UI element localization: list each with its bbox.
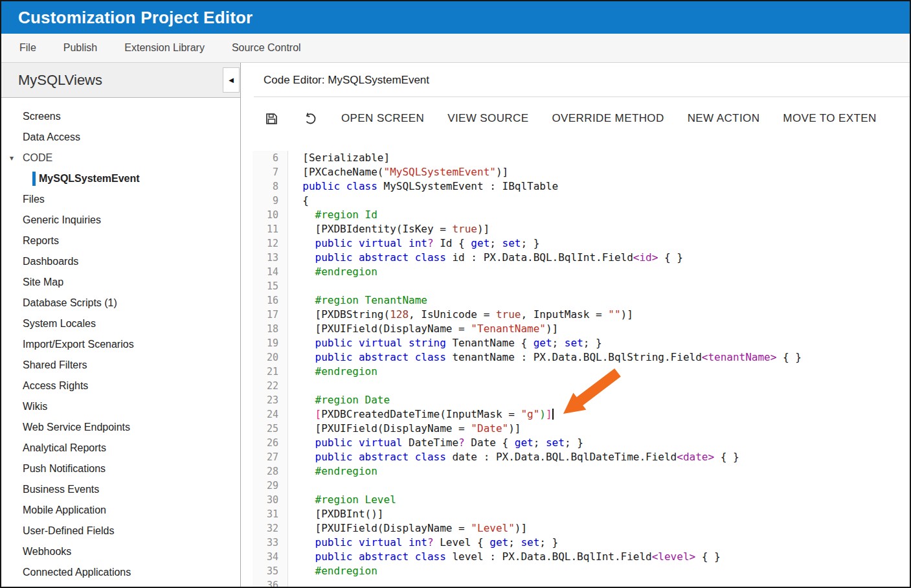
line-number: 33 bbox=[253, 536, 287, 550]
code-line[interactable]: { bbox=[290, 194, 910, 208]
override-method-button[interactable]: OVERRIDE METHOD bbox=[552, 112, 664, 125]
code-line[interactable]: [PXDBString(128, IsUnicode = true, Input… bbox=[290, 308, 910, 322]
code-token: public virtual int bbox=[315, 237, 427, 249]
code-token: public abstract class bbox=[315, 451, 446, 463]
code-line[interactable] bbox=[290, 479, 910, 493]
line-number: 11 bbox=[253, 222, 287, 236]
sidebar-item-webhooks[interactable]: Webhooks bbox=[1, 541, 240, 562]
code-line[interactable]: [PXDBIdentity(IsKey = true)] bbox=[290, 222, 910, 236]
sidebar-item-database-scripts-1[interactable]: Database Scripts (1) bbox=[1, 293, 240, 313]
code-line[interactable]: #region Date bbox=[290, 393, 910, 407]
save-button[interactable] bbox=[264, 111, 279, 126]
line-number: 13 bbox=[253, 251, 287, 265]
code-line[interactable]: #region Id bbox=[290, 208, 910, 222]
code-line[interactable]: [PXCacheName("MySQLSystemEvent")] bbox=[290, 165, 910, 179]
code-line[interactable]: public abstract class date : PX.Data.BQL… bbox=[290, 450, 910, 464]
code-token: { } bbox=[714, 451, 739, 463]
line-number: 17 bbox=[253, 308, 287, 322]
caret-down-icon[interactable]: ▾ bbox=[10, 148, 14, 168]
code-token: )] bbox=[477, 223, 489, 235]
sidebar-item-site-map[interactable]: Site Map bbox=[1, 272, 240, 293]
code-line[interactable]: #region Level bbox=[290, 493, 910, 507]
sidebar-item-data-access[interactable]: Data Access bbox=[1, 127, 240, 148]
code-line[interactable]: #endregion bbox=[290, 265, 910, 279]
sidebar-item-mysqlsystemevent[interactable]: MySQLSystemEvent bbox=[1, 168, 240, 189]
sidebar-item-files[interactable]: Files bbox=[1, 189, 240, 210]
code-token: ? bbox=[427, 536, 434, 548]
code-line[interactable]: public virtual int? Level { get; set; } bbox=[290, 536, 910, 550]
sidebar-item-code[interactable]: ▾CODE bbox=[1, 148, 240, 168]
code-line[interactable] bbox=[290, 578, 910, 587]
view-source-button[interactable]: VIEW SOURCE bbox=[447, 112, 528, 125]
code-token: <date> bbox=[677, 451, 714, 463]
code-line[interactable]: [PXUIField(DisplayName = "Level")] bbox=[290, 521, 910, 536]
sidebar-item-shared-filters[interactable]: Shared Filters bbox=[1, 355, 240, 376]
code-editor[interactable]: 6789101112131415161718192021222324252627… bbox=[253, 151, 910, 587]
code-line[interactable] bbox=[290, 279, 910, 293]
code-line[interactable]: #endregion bbox=[290, 365, 910, 379]
code-token: set bbox=[546, 436, 565, 449]
sidebar-item-analytical-reports[interactable]: Analytical Reports bbox=[1, 438, 240, 458]
undo-button[interactable] bbox=[302, 111, 318, 126]
sidebar-item-dashboards[interactable]: Dashboards bbox=[1, 251, 240, 272]
code-token: ; } bbox=[565, 436, 583, 449]
menu-extension-library[interactable]: Extension Library bbox=[124, 42, 205, 54]
code-area[interactable]: [Serializable] [PXCacheName("MySQLSystem… bbox=[288, 151, 910, 587]
sidebar-item-web-service-endpoints[interactable]: Web Service Endpoints bbox=[1, 417, 240, 438]
sidebar-item-screens[interactable]: Screens bbox=[1, 106, 240, 127]
sidebar-item-connected-applications[interactable]: Connected Applications bbox=[1, 562, 240, 583]
sidebar-item-push-notifications[interactable]: Push Notifications bbox=[1, 458, 240, 479]
sidebar-item-access-rights[interactable]: Access Rights bbox=[1, 376, 240, 396]
sidebar-item-system-locales[interactable]: System Locales bbox=[1, 313, 240, 334]
code-line[interactable]: #endregion bbox=[290, 464, 910, 479]
code-line[interactable]: [PXDBCreatedDateTime(InputMask = "g")] bbox=[290, 407, 910, 422]
code-token: [PXCacheName( bbox=[290, 166, 384, 178]
code-token: [PXUIField(DisplayName = bbox=[290, 522, 471, 534]
code-token: )] bbox=[496, 166, 508, 178]
sidebar-item-user-defined-fields[interactable]: User-Defined Fields bbox=[1, 521, 240, 541]
code-line[interactable]: public virtual int? Id { get; set; } bbox=[290, 236, 910, 251]
code-line[interactable]: #endregion bbox=[290, 564, 910, 578]
line-number: 7 bbox=[253, 165, 287, 179]
sidebar-item-business-events[interactable]: Business Events bbox=[1, 479, 240, 500]
sidebar-item-import-export-scenarios[interactable]: Import/Export Scenarios bbox=[1, 334, 240, 355]
sidebar-item-generic-inquiries[interactable]: Generic Inquiries bbox=[1, 210, 240, 231]
menu-file[interactable]: File bbox=[19, 42, 36, 54]
code-token: [PXUIField(DisplayName = bbox=[290, 322, 471, 335]
menu-source-control[interactable]: Source Control bbox=[232, 42, 301, 54]
collapse-sidebar-button[interactable]: ◀ bbox=[223, 67, 240, 93]
line-number: 14 bbox=[253, 265, 287, 279]
sidebar-item-reports[interactable]: Reports bbox=[1, 231, 240, 251]
customization-project-editor-window: Customization Project Editor FilePublish… bbox=[0, 0, 911, 588]
sidebar-item-label: Dashboards bbox=[23, 256, 78, 267]
sidebar-item-wikis[interactable]: Wikis bbox=[1, 396, 240, 417]
code-line[interactable]: public virtual string TenantName { get; … bbox=[290, 336, 910, 350]
code-token: [PXDBString( bbox=[290, 308, 390, 321]
code-line[interactable]: public abstract class id : PX.Data.BQL.B… bbox=[290, 251, 910, 265]
code-token: "MySQLSystemEvent" bbox=[384, 166, 496, 178]
sidebar-item-mobile-application[interactable]: Mobile Application bbox=[1, 500, 240, 521]
sidebar-item-label: MySQLSystemEvent bbox=[39, 173, 140, 184]
code-token: { } bbox=[776, 351, 802, 363]
code-line[interactable]: #region TenantName bbox=[290, 293, 910, 308]
code-line[interactable]: [PXDBInt()] bbox=[290, 507, 910, 521]
code-line[interactable]: public abstract class tenantName : PX.Da… bbox=[290, 350, 910, 365]
code-line[interactable]: public virtual DateTime? Date { get; set… bbox=[290, 436, 910, 450]
code-line[interactable] bbox=[290, 379, 910, 393]
new-action-button[interactable]: NEW ACTION bbox=[688, 112, 760, 125]
sidebar-item-label: Files bbox=[23, 194, 45, 205]
code-token: get bbox=[534, 337, 552, 349]
code-line[interactable]: [Serializable] bbox=[290, 151, 910, 165]
code-token: public class bbox=[302, 180, 377, 192]
move-to-exten-button[interactable]: MOVE TO EXTEN bbox=[783, 112, 876, 125]
code-token bbox=[290, 209, 315, 221]
menu-publish[interactable]: Publish bbox=[63, 42, 97, 54]
sidebar-item-label: Access Rights bbox=[23, 380, 88, 391]
open-screen-button[interactable]: OPEN SCREEN bbox=[341, 112, 424, 125]
code-line[interactable]: [PXUIField(DisplayName = "TenantName")] bbox=[290, 322, 910, 336]
code-line[interactable]: public abstract class level : PX.Data.BQ… bbox=[290, 550, 910, 564]
code-line[interactable]: [PXUIField(DisplayName = "Date")] bbox=[290, 422, 910, 436]
sidebar-item-label: Screens bbox=[23, 111, 61, 122]
code-token: public virtual bbox=[315, 436, 403, 449]
code-line[interactable]: public class MySQLSystemEvent : IBqlTabl… bbox=[290, 179, 910, 194]
